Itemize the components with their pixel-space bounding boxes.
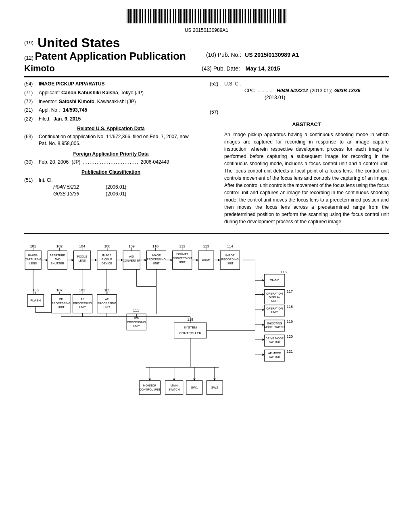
foreign-date: Feb. 20, 2006: [39, 159, 69, 165]
foreign-num: (30): [24, 159, 39, 166]
svg-rect-94: [272, 9, 272, 23]
svg-text:104: 104: [79, 244, 85, 248]
app-title: Patent Application Publication: [35, 50, 186, 62]
svg-rect-41: [189, 9, 190, 23]
svg-marker-177: [263, 308, 265, 311]
int-cl-1-year: (2006.01): [106, 184, 126, 191]
svg-rect-23: [161, 9, 162, 23]
svg-text:IMAGE: IMAGE: [225, 254, 235, 257]
svg-rect-50: [203, 9, 204, 23]
pub-date-value: May 14, 2015: [246, 65, 280, 72]
svg-text:SHUTTER: SHUTTER: [51, 262, 64, 265]
cpc-label: CPC: [244, 88, 254, 94]
inventor-field-location: , Kawasaki-shi (JP): [94, 99, 136, 104]
int-cl-row: (51) Int. Cl. H04N 5/232 (2006.01) G03B …: [24, 177, 198, 197]
svg-rect-10: [140, 9, 141, 23]
svg-rect-74: [240, 9, 241, 23]
appl-no-value-row: Appl. No.: 14/593,745: [39, 107, 87, 114]
svg-rect-52: [206, 9, 207, 23]
inventor-field-value: Inventor: Satoshi Kimoto, Kawasaki-shi (…: [39, 98, 136, 105]
inventor-field-name: Satoshi Kimoto: [59, 99, 94, 104]
svg-rect-3: [129, 9, 131, 23]
svg-text:WB: WB: [134, 316, 139, 319]
svg-rect-225: [174, 322, 206, 338]
svg-rect-96: [275, 9, 276, 23]
appl-no-row: (21) Appl. No.: 14/593,745: [24, 107, 198, 114]
svg-text:RECORDING: RECORDING: [221, 258, 239, 261]
pub-no-label: (10) Pub. No.:: [206, 52, 241, 58]
svg-text:MODE SWITCH: MODE SWITCH: [264, 326, 285, 328]
svg-rect-85: [258, 9, 259, 23]
svg-marker-117: [72, 259, 74, 261]
svg-marker-155: [218, 259, 220, 261]
applicant-location: , Tokyo (JP): [118, 90, 144, 96]
svg-text:UNIT: UNIT: [79, 305, 86, 308]
svg-rect-8: [138, 9, 138, 23]
right-column: (52) U.S. Cl. CPC ............ H04N 5/23…: [210, 81, 389, 227]
int-cl-items: H04N 5/232 (2006.01) G03B 13/36 (2006.01…: [53, 184, 126, 197]
svg-rect-9: [139, 9, 140, 23]
svg-rect-11: [142, 9, 143, 23]
svg-rect-60: [219, 9, 219, 23]
svg-marker-110: [46, 259, 48, 261]
svg-rect-69: [233, 9, 234, 23]
svg-marker-195: [263, 353, 265, 356]
svg-rect-42: [190, 9, 191, 23]
svg-rect-71: [236, 9, 237, 23]
svg-rect-19: [154, 9, 156, 23]
pub-no-value: US 2015/0130989 A1: [245, 52, 299, 58]
page: US 20150130989A1 (19) United States (12)…: [0, 0, 413, 532]
continuation-num: (63): [24, 133, 39, 147]
svg-rect-76: [244, 9, 244, 23]
us-cl-value: U.S. Cl. CPC ............ H04N 5/23212 (…: [224, 81, 361, 101]
appl-no-value: 14/593,745: [63, 107, 87, 113]
svg-rect-36: [181, 9, 182, 23]
inventor-field-label: Inventor:: [39, 99, 58, 104]
svg-text:107: 107: [56, 288, 63, 292]
barcode-area: [24, 8, 389, 26]
svg-text:105: 105: [104, 288, 110, 292]
svg-rect-34: [178, 9, 179, 23]
svg-text:UNIT: UNIT: [153, 262, 160, 265]
cpc-year2: (2013.01): [265, 95, 285, 100]
int-cl-num: (51): [24, 177, 39, 197]
svg-text:FOCUS: FOCUS: [77, 255, 87, 258]
abstract-text: An image pickup apparatus having a conti…: [224, 131, 389, 225]
svg-rect-55: [211, 9, 212, 23]
svg-marker-165: [263, 279, 265, 281]
pub-no-block: (10) Pub. No.: US 2015/0130989 A1: [206, 50, 299, 58]
filed-value-row: Filed: Jan. 9, 2015: [39, 116, 81, 123]
svg-rect-84: [257, 9, 257, 23]
us-cl-num: (52): [210, 81, 224, 101]
header-top: (19) United States: [24, 36, 389, 49]
svg-text:117: 117: [287, 289, 293, 293]
svg-text:IMAGE: IMAGE: [102, 254, 112, 257]
int-cl-label: Int. Cl.: [39, 177, 126, 184]
svg-rect-97: [277, 9, 277, 23]
inventor-name-header: Kimoto: [24, 63, 55, 73]
barcode-image: [126, 8, 287, 24]
svg-text:UNIT: UNIT: [271, 310, 278, 313]
svg-rect-79: [248, 9, 249, 23]
svg-rect-30: [172, 9, 172, 23]
svg-rect-33: [177, 9, 177, 23]
header-divider: [24, 76, 389, 77]
svg-text:CONTROL UNIT: CONTROL UNIT: [139, 388, 161, 391]
svg-text:112: 112: [179, 244, 185, 248]
svg-rect-102: [284, 9, 285, 23]
svg-text:PROCESSING: PROCESSING: [98, 301, 117, 304]
abstract-section: ABSTRACT An image pickup apparatus havin…: [224, 109, 389, 225]
svg-rect-5: [133, 9, 133, 23]
svg-text:SW2: SW2: [211, 385, 218, 389]
cpc-value1: H04N 5/23212: [277, 88, 308, 94]
svg-rect-14: [147, 9, 147, 23]
cpc-line2: (2013.01): [265, 94, 361, 101]
svg-rect-4: [131, 9, 132, 23]
svg-rect-67: [229, 9, 231, 23]
svg-rect-29: [170, 9, 171, 23]
svg-text:AND: AND: [54, 258, 60, 261]
svg-text:APERTURE: APERTURE: [50, 254, 65, 257]
svg-marker-189: [263, 339, 265, 341]
svg-text:108: 108: [104, 244, 110, 248]
foreign-app-no: 2006-042449: [141, 159, 169, 165]
